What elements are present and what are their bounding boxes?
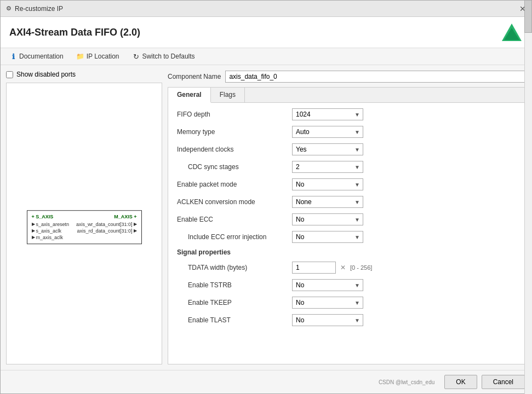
aclken-select[interactable]: NoneMaster onlySlave onlyBoth <box>292 196 363 208</box>
info-icon: ℹ <box>9 53 17 60</box>
scrollbar-track <box>524 87 526 364</box>
main-window: ⚙ Re-customize IP ✕ AXI4-Stream Data FIF… <box>0 0 532 394</box>
memory-type-select[interactable]: AutoBlock RAMDistributed RAM <box>292 126 363 138</box>
packet-mode-select[interactable]: YesNo <box>292 178 363 190</box>
form-row-ecc: Enable ECC YesNo ▼ <box>177 213 517 225</box>
show-disabled-label[interactable]: Show disabled ports <box>16 71 76 78</box>
component-name-input[interactable] <box>225 71 526 83</box>
cdc-sync-select[interactable]: 2345 <box>292 161 363 173</box>
ecc-inject-label: Include ECC error injection <box>177 233 292 241</box>
aclken-label: ACLKEN conversion mode <box>177 198 292 206</box>
switch-defaults-label: Switch to Defaults <box>142 53 195 60</box>
tlast-select[interactable]: YesNo <box>292 314 363 326</box>
fifo-depth-label: FIFO depth <box>177 111 292 118</box>
aclken-wrapper: NoneMaster onlySlave onlyBoth ▼ <box>292 196 363 208</box>
ip-location-label: IP Location <box>87 53 119 60</box>
left-panel: Show disabled ports + S_AXIS M_AXIS + ▶ <box>6 71 162 364</box>
tstrb-label: Enable TSTRB <box>177 281 292 289</box>
memory-type-label: Memory type <box>177 128 292 136</box>
ecc-inject-select[interactable]: YesNo <box>292 231 363 243</box>
port-aresetn: ▶ s_axis_aresetn <box>32 222 70 227</box>
show-disabled-checkbox[interactable] <box>6 71 13 78</box>
independent-clocks-select[interactable]: YesNo <box>292 143 363 155</box>
tdata-label: TDATA width (bytes) <box>177 264 292 271</box>
fifo-block-header: + S_AXIS M_AXIS + <box>32 214 137 219</box>
packet-mode-wrapper: YesNo ▼ <box>292 178 363 190</box>
tkeep-label: Enable TKEEP <box>177 299 292 306</box>
m-axis: M_AXIS + <box>55 214 136 219</box>
main-content: Show disabled ports + S_AXIS M_AXIS + ▶ <box>1 65 531 370</box>
tdata-input[interactable] <box>292 262 336 274</box>
port-maclk-label: m_axis_aclk <box>36 235 64 240</box>
form-row-packet-mode: Enable packet mode YesNo ▼ <box>177 178 517 190</box>
tabs-bar: General Flags <box>168 88 525 103</box>
form-row-ecc-inject: Include ECC error injection YesNo ▼ <box>177 231 517 243</box>
port-arrow-1: ▶ <box>32 222 35 227</box>
ecc-label: Enable ECC <box>177 216 292 223</box>
right-panel: Component Name General Flags <box>168 71 526 364</box>
diagram-area: + S_AXIS M_AXIS + ▶ s_axis_aresetn ▶ <box>6 83 162 364</box>
tlast-label: Enable TLAST <box>177 316 292 324</box>
switch-defaults-button[interactable]: ↻ Switch to Defaults <box>130 51 197 61</box>
title-bar-text: ⚙ Re-customize IP <box>6 5 63 13</box>
cancel-button[interactable]: Cancel <box>482 375 525 389</box>
footer: CSDN @lwt_csdn_edu OK Cancel <box>1 370 531 393</box>
port-arrow-3: ▶ <box>32 235 35 240</box>
packet-mode-label: Enable packet mode <box>177 181 292 188</box>
port-arrow-5: ▶ <box>134 228 137 233</box>
left-ports: ▶ s_axis_aresetn ▶ s_axis_aclk ▶ m_axis_… <box>32 222 70 240</box>
port-arrow-4: ▶ <box>134 222 137 227</box>
tstrb-select[interactable]: YesNo <box>292 279 363 291</box>
form-row-tkeep: Enable TKEEP YesNo ▼ <box>177 297 517 309</box>
port-saclk-label: s_axis_aclk <box>36 228 62 234</box>
documentation-button[interactable]: ℹ Documentation <box>7 51 66 61</box>
ecc-select[interactable]: YesNo <box>292 213 363 225</box>
ecc-wrapper: YesNo ▼ <box>292 213 363 225</box>
fifo-depth-wrapper: 163264128256512102420484096 ▼ <box>292 108 363 120</box>
port-arrow-2: ▶ <box>32 228 35 233</box>
port-wr-count: axis_wr_data_count[31:0] ▶ <box>76 222 137 227</box>
right-ports: axis_wr_data_count[31:0] ▶ axis_rd_data_… <box>76 222 137 240</box>
form-row-tdata: TDATA width (bytes) ✕ [0 - 256] <box>177 262 517 274</box>
signal-properties-header: Signal properties <box>177 248 517 256</box>
form-row-tstrb: Enable TSTRB YesNo ▼ <box>177 279 517 291</box>
ok-button[interactable]: OK <box>444 375 477 389</box>
tkeep-wrapper: YesNo ▼ <box>292 297 363 309</box>
documentation-label: Documentation <box>19 53 64 60</box>
tdata-input-wrapper: ✕ [0 - 256] <box>292 262 372 274</box>
tab-general[interactable]: General <box>168 88 211 103</box>
ip-location-button[interactable]: 📁 IP Location <box>75 51 122 61</box>
form-row-independent-clocks: Independent clocks YesNo ▼ <box>177 143 517 155</box>
component-name-row: Component Name <box>168 71 526 83</box>
tkeep-select[interactable]: YesNo <box>292 297 363 309</box>
fifo-depth-select[interactable]: 163264128256512102420484096 <box>292 108 363 120</box>
independent-clocks-wrapper: YesNo ▼ <box>292 143 363 155</box>
header-area: AXI4-Stream Data FIFO (2.0) <box>1 17 531 48</box>
title-icon: ⚙ <box>6 5 12 12</box>
tdata-range: [0 - 256] <box>350 264 372 271</box>
show-disabled-row: Show disabled ports <box>6 71 162 78</box>
header-title: AXI4-Stream Data FIFO (2.0) <box>9 27 140 38</box>
form-row-memory-type: Memory type AutoBlock RAMDistributed RAM… <box>177 126 517 138</box>
independent-clocks-label: Independent clocks <box>177 146 292 153</box>
tstrb-wrapper: YesNo ▼ <box>292 279 363 291</box>
block-diagram: + S_AXIS M_AXIS + ▶ s_axis_aresetn ▶ <box>27 210 142 244</box>
port-maclk: ▶ m_axis_aclk <box>32 235 70 240</box>
tab-flags[interactable]: Flags <box>211 88 245 102</box>
tab-content-general: FIFO depth 163264128256512102420484096 ▼… <box>168 103 525 364</box>
form-row-fifo-depth: FIFO depth 163264128256512102420484096 ▼ <box>177 108 517 120</box>
tlast-wrapper: YesNo ▼ <box>292 314 363 326</box>
form-row-aclken: ACLKEN conversion mode NoneMaster onlySl… <box>177 196 517 208</box>
tdata-clear-button[interactable]: ✕ <box>339 264 347 271</box>
config-area: General Flags FIFO depth 163264128256512… <box>168 87 526 364</box>
fifo-block: + S_AXIS M_AXIS + ▶ s_axis_aresetn ▶ <box>27 210 142 244</box>
memory-type-wrapper: AutoBlock RAMDistributed RAM ▼ <box>292 126 363 138</box>
port-aresetn-label: s_axis_aresetn <box>36 222 70 227</box>
ecc-inject-wrapper: YesNo ▼ <box>292 231 363 243</box>
port-wr-label: axis_wr_data_count[31:0] <box>76 222 133 227</box>
toolbar: ℹ Documentation 📁 IP Location ↻ Switch t… <box>1 48 531 65</box>
port-saclk: ▶ s_axis_aclk <box>32 228 70 234</box>
form-row-cdc-sync: CDC sync stages 2345 ▼ <box>177 161 517 173</box>
plus-s-axis: + S_AXIS <box>32 214 54 219</box>
vivado-logo <box>501 22 523 42</box>
